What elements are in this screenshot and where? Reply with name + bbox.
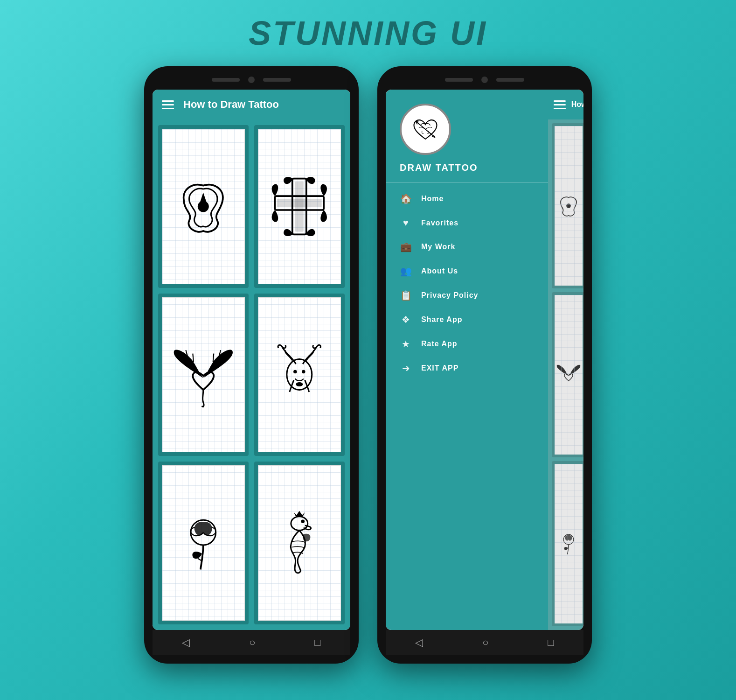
home-button-1[interactable]: ○	[249, 637, 255, 649]
phone-2-screen: DRAW TATTOO 🏠 Home ♥ Favorites 💼 My	[386, 90, 583, 630]
phone-2-speaker-2	[496, 78, 524, 82]
phone-1-screen: How to Draw Tattoo	[153, 90, 350, 630]
menu-label-share: Share App	[421, 315, 462, 324]
phone-1-top	[153, 75, 350, 85]
menu-item-mywork[interactable]: 💼 My Work	[386, 235, 548, 259]
menu-item-exit[interactable]: ➜ EXIT APP	[386, 356, 548, 380]
page-title: STUNNING UI	[249, 14, 487, 52]
page-header: STUNNING UI	[249, 14, 487, 52]
hamburger-line	[554, 108, 566, 109]
tattoo-paper-tribal	[162, 129, 245, 284]
exit-icon: ➜	[400, 363, 412, 374]
tattoo-paper-dragon	[162, 297, 245, 453]
grid-lines	[555, 295, 583, 455]
peek-paper-3	[555, 464, 583, 623]
drawer-divider	[386, 182, 548, 183]
phone-1-speaker	[212, 78, 240, 82]
tattoo-paper-cross	[258, 129, 341, 284]
tattoo-paper-seahorse	[258, 465, 341, 621]
hamburger-line	[162, 108, 174, 109]
tattoo-card-dragon[interactable]	[158, 294, 249, 456]
menu-label-privacy: Privacy Policy	[421, 291, 479, 300]
app-title-1: How to Draw Tattoo	[183, 98, 279, 111]
drawer-overlay: DRAW TATTOO 🏠 Home ♥ Favorites 💼 My	[386, 90, 583, 630]
tattoo-card-tribal[interactable]	[158, 125, 249, 288]
tattoo-svg-rose	[168, 477, 238, 609]
tattoo-paper-rose	[162, 465, 245, 621]
menu-label-favorites: Favorites	[421, 219, 458, 227]
drawer-app-name: DRAW TATTOO	[400, 162, 478, 173]
svg-point-7	[302, 370, 305, 373]
phones-container: How to Draw Tattoo	[144, 66, 592, 664]
tattoo-card-stag[interactable]	[254, 294, 345, 456]
peek-paper-1	[555, 126, 583, 286]
phone-2-top	[386, 75, 583, 85]
svg-point-6	[293, 370, 297, 373]
peek-paper-2	[555, 295, 583, 455]
svg-point-0	[198, 201, 209, 212]
tattoo-svg-cross	[264, 141, 334, 272]
tattoo-grid	[153, 119, 350, 630]
home-button-2[interactable]: ○	[482, 637, 488, 649]
hamburger-line	[554, 104, 566, 105]
recent-button-2[interactable]: □	[548, 637, 554, 649]
phone-1-camera	[248, 77, 255, 83]
tattoo-paper-stag	[258, 297, 341, 453]
back-button-1[interactable]: ◁	[182, 637, 190, 649]
tattoo-svg-seahorse	[264, 477, 334, 609]
drawer-panel: DRAW TATTOO 🏠 Home ♥ Favorites 💼 My	[386, 90, 548, 630]
drawer-side-peek: How	[548, 90, 583, 630]
rate-icon: ★	[400, 338, 412, 350]
recent-button-1[interactable]: □	[314, 637, 320, 649]
menu-item-aboutus[interactable]: 👥 About Us	[386, 259, 548, 283]
phone-1: How to Draw Tattoo	[144, 66, 359, 664]
menu-label-mywork: My Work	[421, 243, 455, 251]
svg-rect-4	[277, 199, 322, 207]
menu-label-rate: Rate app	[421, 340, 458, 348]
drawer-logo-area: DRAW TATTOO	[386, 104, 548, 182]
hamburger-line	[554, 100, 566, 102]
mywork-icon: 💼	[400, 241, 412, 252]
peek-content	[548, 119, 583, 630]
phone-2: DRAW TATTOO 🏠 Home ♥ Favorites 💼 My	[377, 66, 592, 664]
app-header-1: How to Draw Tattoo	[153, 90, 350, 119]
tattoo-card-seahorse[interactable]	[254, 462, 345, 624]
peek-card-2	[552, 292, 583, 457]
hamburger-button-2[interactable]	[554, 100, 566, 109]
menu-item-home[interactable]: 🏠 Home	[386, 187, 548, 211]
favorites-icon: ♥	[400, 217, 412, 228]
grid-lines	[555, 126, 583, 286]
drawer-logo-svg	[409, 113, 442, 146]
share-icon: ❖	[400, 314, 412, 325]
tattoo-card-rose[interactable]	[158, 462, 249, 624]
home-icon: 🏠	[400, 193, 412, 204]
peek-card-3	[552, 461, 583, 626]
phone-2-speaker	[445, 78, 473, 82]
privacy-icon: 📋	[400, 290, 412, 301]
menu-label-home: Home	[421, 195, 444, 203]
tattoo-svg-stag	[264, 309, 334, 440]
tattoo-card-cross[interactable]	[254, 125, 345, 288]
menu-item-rate[interactable]: ★ Rate app	[386, 332, 548, 356]
hamburger-line	[162, 104, 174, 105]
phone-2-camera	[481, 77, 488, 83]
peek-header: How	[548, 90, 583, 119]
aboutus-icon: 👥	[400, 266, 412, 277]
phone-1-speaker-2	[263, 78, 291, 82]
hamburger-button-1[interactable]	[162, 100, 174, 109]
svg-point-11	[301, 520, 305, 523]
menu-item-privacy[interactable]: 📋 Privacy Policy	[386, 283, 548, 308]
grid-lines	[555, 464, 583, 623]
phone-1-nav: ◁ ○ □	[153, 630, 350, 655]
back-button-2[interactable]: ◁	[415, 637, 423, 649]
peek-title: How	[571, 100, 583, 109]
peek-card-1	[552, 123, 583, 288]
phone-2-nav: ◁ ○ □	[386, 630, 583, 655]
menu-label-aboutus: About Us	[421, 267, 458, 275]
tattoo-svg-tribal	[168, 141, 238, 272]
hamburger-line	[162, 100, 174, 102]
tattoo-svg-dragon	[168, 309, 238, 440]
svg-point-8	[296, 382, 303, 386]
menu-item-favorites[interactable]: ♥ Favorites	[386, 211, 548, 235]
menu-item-share[interactable]: ❖ Share App	[386, 308, 548, 332]
